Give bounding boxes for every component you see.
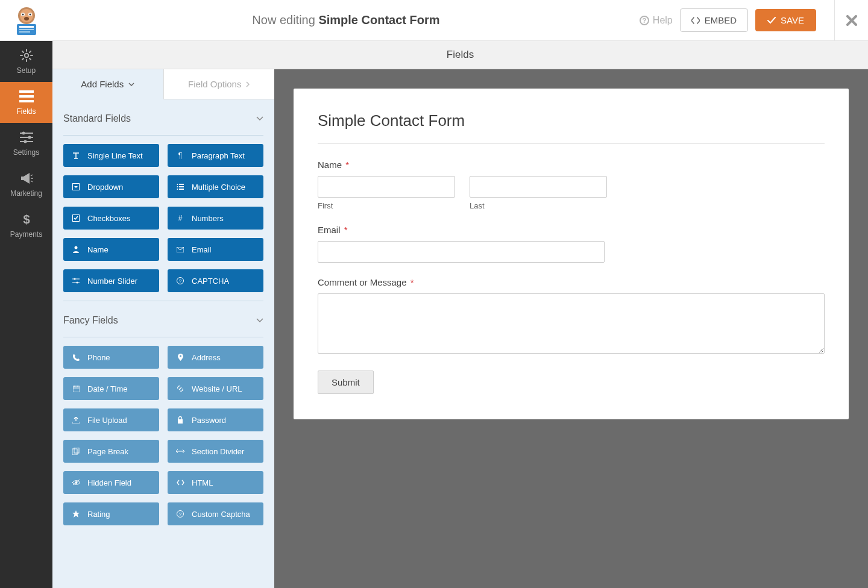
svg-rect-10 bbox=[19, 31, 30, 33]
nav-label: Marketing bbox=[10, 189, 42, 198]
help-label: Help bbox=[653, 15, 673, 26]
sliders-icon bbox=[19, 130, 34, 145]
svg-text:$: $ bbox=[23, 213, 30, 226]
required-asterisk: * bbox=[410, 277, 414, 287]
field-numbers[interactable]: #Numbers bbox=[168, 207, 263, 230]
save-button[interactable]: SAVE bbox=[755, 9, 816, 31]
required-asterisk: * bbox=[345, 160, 349, 170]
bullhorn-icon bbox=[19, 171, 34, 186]
nav-item-marketing[interactable]: Marketing bbox=[0, 164, 52, 205]
form-preview[interactable]: Simple Contact Form Name * First Last bbox=[294, 89, 849, 419]
sliders-h-icon bbox=[72, 278, 80, 284]
code-icon bbox=[176, 480, 184, 486]
marker-icon bbox=[176, 354, 184, 361]
form-title: Simple Contact Form bbox=[318, 111, 825, 130]
list-ul-icon bbox=[176, 184, 184, 190]
field-page-break[interactable]: Page Break bbox=[63, 440, 159, 463]
nav-item-payments[interactable]: $ Payments bbox=[0, 205, 52, 246]
field-custom-captcha[interactable]: ?Custom Captcha bbox=[168, 502, 263, 525]
star-icon bbox=[72, 510, 80, 518]
svg-rect-23 bbox=[179, 186, 184, 187]
field-captcha[interactable]: ?CAPTCHA bbox=[168, 269, 263, 292]
arrows-h-icon bbox=[176, 449, 184, 454]
field-password[interactable]: Password bbox=[168, 408, 263, 431]
svg-rect-13 bbox=[19, 95, 34, 98]
field-phone[interactable]: Phone bbox=[63, 346, 159, 369]
field-website-url[interactable]: Website / URL bbox=[168, 377, 263, 400]
svg-point-20 bbox=[177, 184, 178, 185]
svg-rect-34 bbox=[73, 386, 80, 392]
required-asterisk: * bbox=[344, 225, 348, 235]
field-email[interactable]: Email bbox=[168, 238, 263, 261]
field-address[interactable]: Address bbox=[168, 346, 263, 369]
svg-point-4 bbox=[22, 13, 24, 15]
svg-text:?: ? bbox=[179, 278, 182, 284]
fields-panel: Add Fields Field Options Standard Fields bbox=[52, 69, 274, 588]
user-icon bbox=[72, 246, 80, 253]
svg-rect-12 bbox=[19, 90, 34, 93]
field-name[interactable]: Name bbox=[63, 238, 159, 261]
list-icon bbox=[19, 89, 34, 104]
question-circle-icon: ? bbox=[176, 277, 184, 284]
left-nav: Setup Fields Settings Marketing $ Paymen… bbox=[0, 41, 52, 588]
field-multiple-choice[interactable]: Multiple Choice bbox=[168, 175, 263, 198]
submit-button[interactable]: Submit bbox=[318, 371, 374, 394]
tab-field-options[interactable]: Field Options bbox=[163, 69, 275, 99]
link-icon bbox=[176, 385, 184, 392]
close-button[interactable] bbox=[834, 0, 868, 41]
envelope-icon bbox=[176, 247, 184, 252]
nav-item-setup[interactable]: Setup bbox=[0, 41, 52, 82]
svg-rect-25 bbox=[179, 189, 184, 190]
wpforms-logo-icon bbox=[8, 6, 45, 35]
question-circle-icon: ? bbox=[176, 510, 184, 518]
check-square-icon bbox=[72, 214, 80, 222]
help-icon: ? bbox=[640, 16, 649, 25]
field-rating[interactable]: Rating bbox=[63, 502, 159, 525]
app-logo bbox=[0, 0, 52, 40]
field-html[interactable]: HTML bbox=[168, 471, 263, 494]
main-area: Fields Add Fields Field Options bbox=[52, 41, 868, 588]
first-name-col: First bbox=[318, 176, 455, 210]
tab-add-fields[interactable]: Add Fields bbox=[52, 69, 163, 99]
form-field-comment[interactable]: Comment or Message * bbox=[318, 277, 825, 356]
field-single-line-text[interactable]: Single Line Text bbox=[63, 144, 159, 167]
content-row: Add Fields Field Options Standard Fields bbox=[52, 69, 868, 588]
field-paragraph-text[interactable]: ¶Paragraph Text bbox=[168, 144, 263, 167]
first-sublabel: First bbox=[318, 201, 455, 210]
code-icon bbox=[691, 17, 700, 24]
comment-label: Comment or Message * bbox=[318, 277, 825, 287]
help-link[interactable]: ? Help bbox=[640, 15, 673, 26]
chevron-right-icon bbox=[246, 81, 250, 87]
last-name-input[interactable] bbox=[470, 176, 607, 198]
first-name-input[interactable] bbox=[318, 176, 455, 198]
embed-button[interactable]: EMBED bbox=[680, 8, 748, 32]
fancy-fields-toggle[interactable]: Fancy Fields bbox=[63, 304, 263, 337]
check-icon bbox=[767, 17, 776, 24]
nav-label: Settings bbox=[13, 148, 39, 157]
last-name-col: Last bbox=[470, 176, 607, 210]
email-input[interactable] bbox=[318, 241, 605, 263]
field-file-upload[interactable]: File Upload bbox=[63, 408, 159, 431]
header-actions: ? Help EMBED SAVE bbox=[640, 0, 868, 41]
field-number-slider[interactable]: Number Slider bbox=[63, 269, 159, 292]
last-sublabel: Last bbox=[470, 201, 607, 210]
form-field-name[interactable]: Name * First Last bbox=[318, 160, 825, 210]
comment-textarea[interactable] bbox=[318, 293, 825, 354]
svg-rect-9 bbox=[19, 29, 34, 30]
form-field-email[interactable]: Email * bbox=[318, 225, 825, 263]
nav-item-fields[interactable]: Fields bbox=[0, 82, 52, 123]
field-date-time[interactable]: Date / Time bbox=[63, 377, 159, 400]
svg-rect-35 bbox=[178, 419, 183, 424]
nav-label: Payments bbox=[10, 230, 42, 239]
field-checkboxes[interactable]: Checkboxes bbox=[63, 207, 159, 230]
svg-rect-36 bbox=[72, 449, 77, 455]
svg-point-33 bbox=[180, 355, 181, 357]
standard-fields-toggle[interactable]: Standard Fields bbox=[63, 102, 263, 136]
field-section-divider[interactable]: Section Divider bbox=[168, 440, 263, 463]
field-hidden-field[interactable]: Hidden Field bbox=[63, 471, 159, 494]
nav-item-settings[interactable]: Settings bbox=[0, 123, 52, 164]
divider bbox=[318, 143, 825, 144]
field-dropdown[interactable]: Dropdown bbox=[63, 175, 159, 198]
svg-point-5 bbox=[29, 13, 31, 15]
fancy-fields-grid: Phone Address Date / Time Website / URL … bbox=[63, 337, 263, 534]
